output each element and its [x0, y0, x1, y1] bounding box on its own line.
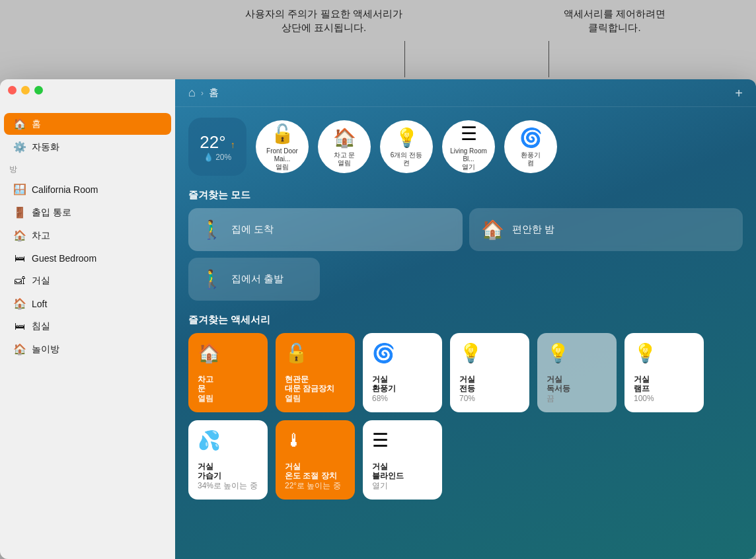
fav-desk-lamp-status: 끔: [547, 394, 607, 403]
favorites-section-title: 즐겨찾는 액세서리: [188, 314, 743, 326]
sidebar-label-living-room: 거실: [32, 275, 50, 287]
minimize-button[interactable]: [21, 86, 30, 94]
fav-tile-desk-lamp[interactable]: 💡 거실독서등 끔: [537, 333, 617, 412]
fav-blind-name: 거실블라인드: [372, 462, 433, 481]
sidebar-item-home[interactable]: 🏠 홈: [4, 113, 171, 135]
fav-living-fan-status: 68%: [372, 394, 433, 403]
exit-corridor-icon: 🚪: [13, 206, 26, 219]
sidebar-item-loft[interactable]: 🏠 Loft: [4, 293, 171, 315]
living-room-icon: 🛋: [13, 275, 26, 287]
sidebar-item-bedroom[interactable]: 🛏 침실: [4, 316, 171, 337]
fav-tile-thermostat[interactable]: 🌡 거실온도 조절 장치 22°로 높이는 중: [276, 420, 355, 500]
weather-humidity: 💧 20%: [204, 153, 231, 162]
mode-arrive-home-label: 집에 도착: [231, 223, 274, 236]
sidebar-label-playroom: 놀이방: [32, 344, 59, 355]
sidebar-item-living-room[interactable]: 🛋 거실: [4, 270, 171, 291]
fav-front-lock-name: 현관문대문 잠금장치: [285, 375, 346, 394]
annotation-2: 액세서리를 제어하려면클릭합니다.: [548, 7, 681, 34]
sidebar-item-garage[interactable]: 🏠 차고: [4, 225, 171, 246]
mode-relax-night[interactable]: 🏠 편안한 밤: [469, 208, 743, 251]
window-controls: [8, 86, 43, 94]
guest-bedroom-icon: 🛏: [13, 252, 26, 264]
relax-night-icon: 🏠: [481, 219, 504, 241]
sidebar-item-playroom[interactable]: 🏠 놀이방: [4, 338, 171, 360]
living-blind-icon: ☰: [461, 123, 477, 145]
fav-thermostat-name: 거실온도 조절 장치: [285, 462, 346, 481]
fav-living-fan-icon: 🌀: [372, 342, 433, 364]
leave-home-icon: 🚶‍♂️: [200, 268, 223, 290]
fav-garage-icon: 🏠: [198, 342, 258, 364]
header-home-icon: ⌂: [188, 86, 196, 100]
fav-living-light-name: 거실전등: [459, 375, 520, 394]
sidebar-label-automation: 자동화: [32, 141, 59, 153]
fav-humidifier-name: 거실가습기: [198, 462, 258, 481]
fav-garage-name: 차고문: [198, 375, 258, 394]
fav-tile-living-fan[interactable]: 🌀 거실환풍기 68%: [363, 333, 442, 412]
top-acc-bulbs[interactable]: 💡 6개의 전등켠: [380, 120, 433, 173]
fav-humidifier-icon: 💦: [198, 429, 258, 451]
fav-tile-garage-door[interactable]: 🏠 차고문 열림: [188, 333, 268, 412]
modes-section-title: 즐겨찾는 모드: [188, 189, 743, 202]
sidebar-label-california-room: California Room: [32, 184, 98, 195]
page-title: 홈: [209, 87, 219, 99]
top-acc-front-door[interactable]: 🔓 Front Door Mai...열림: [256, 120, 309, 173]
fav-garage-status: 열림: [198, 394, 258, 403]
sidebar-label-loft: Loft: [32, 299, 47, 309]
top-acc-garage-door[interactable]: 🏠 차고 문열림: [318, 120, 371, 173]
fav-front-lock-status: 열림: [285, 394, 346, 403]
weather-tile[interactable]: 22° ↑ 💧 20%: [188, 118, 246, 176]
main-header: ⌂ › 홈 +: [175, 79, 756, 107]
close-button[interactable]: [8, 86, 17, 94]
sidebar-item-guest-bedroom[interactable]: 🛏 Guest Bedroom: [4, 248, 171, 269]
maximize-button[interactable]: [34, 86, 43, 94]
fav-humidifier-status: 34%로 높이는 중: [198, 481, 258, 490]
sidebar-label-home: 홈: [32, 118, 41, 130]
top-acc-garage-door-label: 차고 문열림: [334, 151, 356, 167]
top-acc-bulbs-label: 6개의 전등켠: [391, 151, 422, 167]
fav-front-lock-icon: 🔓: [285, 342, 346, 364]
fav-living-lamp-status: 100%: [634, 394, 695, 403]
sidebar-item-automation[interactable]: ⚙️ 자동화: [4, 136, 171, 158]
fav-living-light-icon: 💡: [459, 342, 520, 364]
sidebar-label-garage: 차고: [32, 230, 50, 242]
fav-tile-humidifier[interactable]: 💦 거실가습기 34%로 높이는 중: [188, 420, 268, 500]
fav-blind-icon: ☰: [372, 429, 433, 451]
fav-desk-lamp-icon: 💡: [547, 342, 607, 364]
fav-living-light-status: 70%: [459, 394, 520, 403]
automation-icon: ⚙️: [13, 141, 26, 153]
annotation-1: 사용자의 주의가 필요한 액세서리가상단에 표시됩니다.: [241, 7, 406, 34]
mode-leave-home-label: 집에서 출발: [231, 273, 284, 285]
top-acc-living-blind[interactable]: ☰ Living Room Bl...열기: [442, 120, 495, 173]
sidebar-item-california-room[interactable]: 🪟 California Room: [4, 178, 171, 200]
fav-thermostat-status: 22°로 높이는 중: [285, 481, 346, 490]
bedroom-icon: 🛏: [13, 320, 26, 332]
top-acc-fan[interactable]: 🌀 환풍기켬: [504, 120, 557, 173]
garage-door-icon: 🏠: [333, 127, 356, 149]
fav-desk-lamp-name: 거실독서등: [547, 375, 607, 394]
main-window: 🏠 홈 ⚙️ 자동화 방 🪟 California Room 🚪 출입 통로 🏠…: [0, 79, 756, 559]
california-room-icon: 🪟: [13, 183, 26, 196]
fav-tile-living-light[interactable]: 💡 거실전등 70%: [450, 333, 529, 412]
sidebar-item-exit-corridor[interactable]: 🚪 출입 통로: [4, 202, 171, 223]
top-acc-living-blind-label: Living Room Bl...열기: [445, 147, 492, 171]
fav-tile-front-lock[interactable]: 🔓 현관문대문 잠금장치 열림: [276, 333, 355, 412]
fan-icon: 🌀: [519, 127, 543, 149]
sidebar-section-rooms: 방: [0, 159, 175, 178]
playroom-icon: 🏠: [13, 343, 26, 355]
arrive-home-icon: 🚶‍♂️: [200, 219, 223, 241]
sidebar-label-guest-bedroom: Guest Bedroom: [32, 253, 96, 264]
header-chevron: ›: [201, 89, 204, 98]
fav-blind-status: 열기: [372, 481, 433, 490]
fav-tile-blind[interactable]: ☰ 거실블라인드 열기: [363, 420, 442, 500]
main-area: ⌂ › 홈 + 22° ↑ 💧 20% 🔓 Front Door Mai...열…: [175, 79, 756, 559]
bulbs-icon: 💡: [395, 127, 418, 149]
sidebar-label-bedroom: 침실: [32, 320, 50, 332]
mode-arrive-home[interactable]: 🚶‍♂️ 집에 도착: [188, 208, 463, 251]
fav-tile-living-lamp[interactable]: 💡 거실램프 100%: [624, 333, 704, 412]
add-button[interactable]: +: [735, 87, 743, 100]
garage-icon: 🏠: [13, 229, 26, 242]
fav-living-lamp-name: 거실램프: [634, 375, 695, 394]
mode-leave-home[interactable]: 🚶‍♂️ 집에서 출발: [188, 258, 320, 301]
fav-thermostat-icon: 🌡: [285, 429, 346, 451]
modes-grid: 🚶‍♂️ 집에 도착 🏠 편안한 밤 🚶‍♂️ 집에서 출발: [188, 208, 743, 301]
